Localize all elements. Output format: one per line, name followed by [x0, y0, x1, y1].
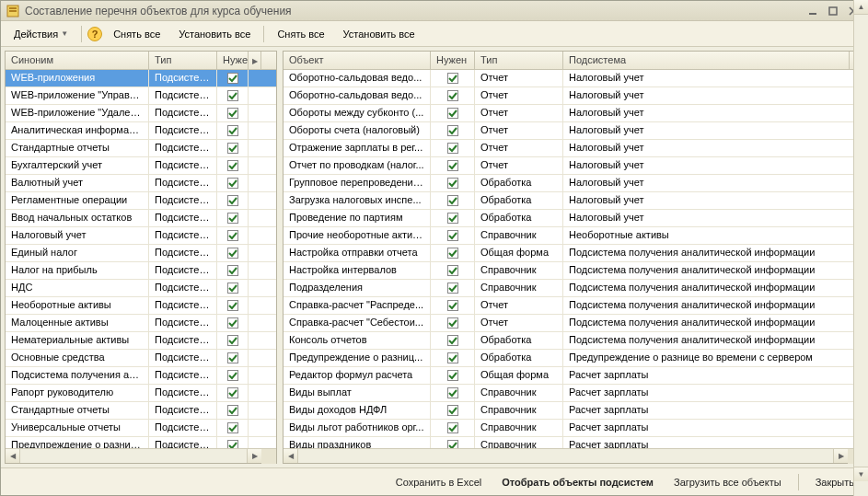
checkbox[interactable] [431, 315, 475, 331]
checkbox[interactable] [217, 175, 249, 191]
checkbox[interactable] [431, 350, 475, 366]
table-row[interactable]: Редактор формул расчетаОбщая формаРасчет… [284, 367, 862, 385]
table-row[interactable]: Аналитическая информацияПодсистема [6, 122, 276, 140]
scroll-left-icon[interactable]: ◀ [284, 449, 298, 463]
checkbox[interactable] [431, 70, 475, 87]
checkbox[interactable] [431, 122, 475, 139]
checkbox[interactable] [431, 87, 475, 104]
table-row[interactable]: Единый налогПодсистема [6, 245, 276, 262]
select-subsystems-button[interactable]: Отобрать объекты подсистем [496, 473, 659, 491]
uncheck-all-left-button[interactable]: Снять все [106, 26, 168, 42]
checkbox[interactable] [431, 175, 475, 191]
table-row[interactable]: Основные средстваПодсистема [6, 350, 276, 367]
help-icon[interactable]: ? [87, 27, 102, 41]
scroll-left-icon[interactable]: ◀ [6, 449, 20, 463]
table-row[interactable]: Налог на прибыльПодсистема [6, 262, 276, 280]
table-row[interactable]: Справка-расчет "Себестои...ОтчетПодсисте… [284, 315, 862, 332]
table-row[interactable]: Подсистема получения ана...Подсистема [6, 367, 276, 385]
save-excel-button[interactable]: Сохранить в Excel [390, 473, 488, 491]
checkbox[interactable] [217, 315, 249, 331]
table-row[interactable]: Загрузка налоговых инспе...ОбработкаНало… [284, 192, 862, 210]
table-row[interactable]: Стандартные отчетыПодсистема [6, 402, 276, 420]
col-synonym[interactable]: Синоним [6, 52, 149, 69]
checkbox[interactable] [217, 402, 249, 419]
table-row[interactable]: Настройка интерваловСправочникПодсистема… [284, 262, 862, 280]
table-row[interactable]: Отражение зарплаты в рег...ОтчетНалоговы… [284, 140, 862, 157]
table-row[interactable]: Групповое перепроведение...ОбработкаНало… [284, 175, 862, 192]
table-row[interactable]: Справка-расчет "Распреде...ОтчетПодсисте… [284, 297, 862, 315]
checkbox[interactable] [217, 105, 249, 121]
checkbox[interactable] [217, 280, 249, 296]
table-row[interactable]: Налоговый учетПодсистема [6, 227, 276, 245]
scroll-down-icon[interactable]: ▼ [854, 467, 868, 481]
maximize-button[interactable] [825, 5, 841, 17]
checkbox[interactable] [431, 105, 475, 121]
checkbox[interactable] [431, 367, 475, 384]
checkbox[interactable] [217, 157, 249, 174]
checkbox[interactable] [431, 402, 475, 419]
table-row[interactable]: НДСПодсистема [6, 280, 276, 297]
check-all-right-button[interactable]: Установить все [336, 26, 422, 42]
checkbox[interactable] [217, 420, 249, 436]
checkbox[interactable] [217, 122, 249, 139]
scroll-right-icon[interactable]: ▶ [833, 449, 848, 463]
minimize-button[interactable] [804, 5, 821, 17]
table-row[interactable]: Обороты счета (налоговый)ОтчетНалоговый … [284, 122, 862, 140]
table-row[interactable]: Оборотно-сальдовая ведо...ОтчетНалоговый… [284, 87, 862, 105]
col-subsystem[interactable]: Подсистема [563, 52, 850, 69]
table-row[interactable]: Валютный учетПодсистема [6, 175, 276, 192]
checkbox[interactable] [217, 245, 249, 261]
table-row[interactable]: Виды доходов НДФЛСправочникРасчет зарпла… [284, 402, 862, 420]
checkbox[interactable] [217, 297, 249, 314]
checkbox[interactable] [217, 227, 249, 244]
checkbox[interactable] [431, 192, 475, 209]
table-row[interactable]: Настройка отправки отчетаОбщая формаПодс… [284, 245, 862, 262]
table-row[interactable]: Оборотно-сальдовая ведо...ОтчетНалоговый… [284, 70, 862, 87]
table-row[interactable]: Универсальные отчетыПодсистема [6, 420, 276, 437]
checkbox[interactable] [217, 192, 249, 209]
checkbox[interactable] [217, 140, 249, 156]
h-scrollbar[interactable]: ◀ ▶ [6, 448, 276, 463]
checkbox[interactable] [431, 262, 475, 279]
close-button[interactable]: Закрыть [810, 473, 860, 491]
checkbox[interactable] [217, 262, 249, 279]
uncheck-all-right-button[interactable]: Снять все [270, 26, 331, 42]
h-scrollbar[interactable]: ◀ ▶ [284, 448, 862, 463]
checkbox[interactable] [431, 420, 475, 436]
table-row[interactable]: ПодразделенияСправочникПодсистема получе… [284, 280, 862, 297]
scroll-right-icon[interactable]: ▶ [247, 449, 261, 463]
load-all-objects-button[interactable]: Загрузить все объекты [668, 473, 787, 491]
table-row[interactable]: Проведение по партиямОбработкаНалоговый … [284, 210, 862, 227]
checkbox[interactable] [431, 385, 475, 401]
col-type[interactable]: Тип [475, 52, 563, 69]
table-row[interactable]: Предупреждение о разниц...Подсистема [6, 437, 276, 448]
check-all-left-button[interactable]: Установить все [171, 26, 258, 42]
checkbox[interactable] [431, 227, 475, 244]
table-row[interactable]: WEB-приложение "Удален...Подсистема [6, 105, 276, 122]
right-grid-body[interactable]: Оборотно-сальдовая ведо...ОтчетНалоговый… [284, 70, 862, 448]
table-row[interactable]: Предупреждение о разниц...ОбработкаПреду… [284, 350, 862, 367]
table-row[interactable]: Виды праздниковСправочникРасчет зарплаты [284, 437, 862, 448]
table-row[interactable]: Обороты между субконто (...ОтчетНалоговы… [284, 105, 862, 122]
checkbox[interactable] [431, 332, 475, 349]
checkbox[interactable] [431, 297, 475, 314]
table-row[interactable]: Рапорт руководителюПодсистема [6, 385, 276, 402]
checkbox[interactable] [217, 210, 249, 226]
checkbox[interactable] [217, 350, 249, 366]
v-scrollbar[interactable]: ▲ ▼ [853, 0, 868, 496]
col-type[interactable]: Тип [149, 52, 217, 69]
table-row[interactable]: Виды выплатСправочникРасчет зарплаты [284, 385, 862, 402]
checkbox[interactable] [431, 245, 475, 261]
checkbox[interactable] [431, 210, 475, 226]
checkbox[interactable] [217, 367, 249, 384]
table-row[interactable]: Малоценные активыПодсистема [6, 315, 276, 332]
checkbox[interactable] [217, 70, 249, 87]
col-object[interactable]: Объект [284, 52, 431, 69]
table-row[interactable]: Прочие необоротные активыСправочникНеобо… [284, 227, 862, 245]
checkbox[interactable] [217, 437, 249, 448]
table-row[interactable]: WEB-приложение "Управл...Подсистема [6, 87, 276, 105]
checkbox[interactable] [217, 332, 249, 349]
checkbox[interactable] [431, 140, 475, 156]
col-needed[interactable]: Нужен [431, 52, 475, 69]
actions-dropdown[interactable]: Действия▼ [6, 26, 75, 42]
